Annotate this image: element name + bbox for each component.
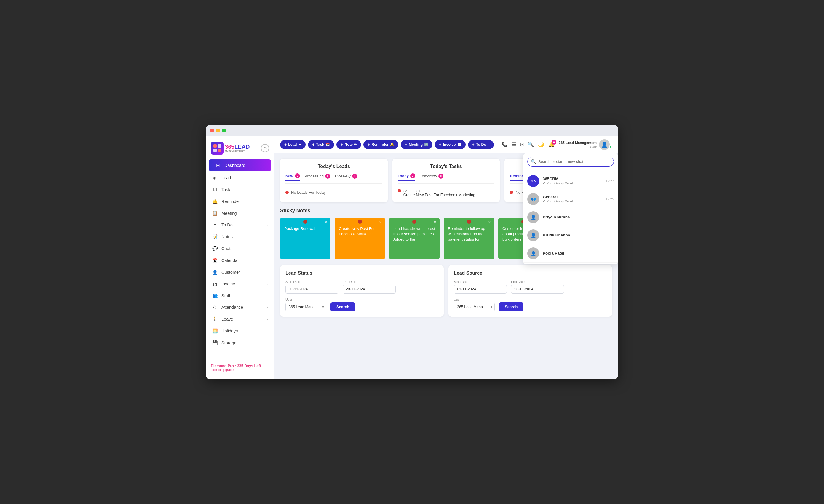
add-lead-button[interactable]: + Lead ▼: [280, 140, 306, 149]
sidebar-item-attendance[interactable]: ⏱ Attendance ›: [206, 301, 274, 313]
user-group: User 365 Lead Mana...: [286, 298, 326, 311]
chat-item-general[interactable]: 👥 General ✓ You: Group Creat... 12:25: [523, 190, 618, 208]
search-icon[interactable]: 🔍: [528, 141, 534, 147]
notes-icon: 📝: [212, 234, 218, 239]
source-end-date-input[interactable]: [511, 285, 564, 294]
lead-source-search-button[interactable]: Search: [499, 302, 523, 311]
chat-item-priya[interactable]: 👤 Priya Khurana: [523, 208, 618, 226]
todays-tasks-card: Today's Tasks Today 1 Tomorrow 0: [393, 158, 500, 203]
settings-icon[interactable]: ⚙: [261, 144, 269, 152]
leads-tab-processing[interactable]: Processing 0: [305, 173, 330, 181]
reminder-icon: 🔔: [212, 199, 218, 204]
lead-status-search-button[interactable]: Search: [330, 302, 355, 311]
lead-icon: ◈: [212, 175, 218, 180]
user-select[interactable]: 365 Lead Mana...: [286, 302, 326, 311]
minimize-dot[interactable]: [216, 129, 220, 132]
sidebar-item-leave[interactable]: 🚶 Leave ›: [206, 313, 274, 325]
sticky-note-3[interactable]: ✕ Lead has shown interest in our service…: [389, 218, 439, 259]
sidebar-item-dashboard[interactable]: ⊞ Dashboard: [209, 159, 271, 171]
chat-item-pooja[interactable]: 👤 Pooja Patel: [523, 244, 618, 262]
holidays-icon: 🌅: [212, 328, 218, 334]
sticky-note-4[interactable]: ✕ Reminder to follow up with customer on…: [444, 218, 494, 259]
chat-item-krutik[interactable]: 👤 Krutik Khanna: [523, 226, 618, 244]
plus-icon: +: [340, 142, 343, 147]
pin-icon: [303, 220, 307, 224]
user-info[interactable]: 365 Lead Management Store 👤: [559, 139, 612, 150]
sidebar-logo: 365LEAD MANAGEMENT ⚙: [206, 136, 274, 159]
add-invoice-button[interactable]: + Invoice 📄: [435, 140, 466, 149]
red-dot-icon: [398, 189, 401, 192]
start-date-input[interactable]: [286, 285, 338, 294]
source-user-group: User 365 Lead Mana...: [454, 298, 495, 311]
plus-icon: +: [368, 142, 370, 147]
sidebar-item-invoice[interactable]: 🗂 Invoice ›: [206, 278, 274, 290]
sidebar-item-lead[interactable]: ◈ Lead: [206, 172, 274, 184]
storage-icon: 💾: [212, 340, 218, 346]
source-start-date-label: Start Date: [454, 280, 507, 283]
user-avatar: 👤: [599, 139, 610, 150]
sidebar-item-customer[interactable]: 👤 Customer: [206, 266, 274, 278]
chat-time-365crm: 12:27: [606, 179, 614, 183]
logo-sub: MANAGEMENT: [225, 150, 249, 152]
plus-icon: +: [312, 142, 314, 147]
source-user-select-wrapper: 365 Lead Mana...: [454, 302, 495, 311]
sticky-note-1[interactable]: ✕ Package Renewal: [280, 218, 330, 259]
copy-icon[interactable]: ⎘: [520, 142, 523, 147]
close-icon[interactable]: ✕: [379, 220, 382, 225]
sticky-note-2[interactable]: ✕ Create New Post For Facebook Marketing: [335, 218, 385, 259]
end-date-label: End Date: [343, 280, 396, 283]
list-icon[interactable]: ☰: [512, 141, 516, 147]
plus-icon: +: [284, 142, 287, 147]
plus-icon: +: [472, 142, 475, 147]
close-icon[interactable]: ✕: [433, 220, 437, 225]
theme-icon[interactable]: 🌙: [538, 141, 544, 147]
task-date: 22-11-2024: [403, 189, 476, 193]
leads-tab-new[interactable]: New 0: [286, 173, 300, 181]
leads-tab-closeby[interactable]: Close-By 0: [335, 173, 357, 181]
sidebar-item-todo[interactable]: ≡ To Do ›: [206, 219, 274, 231]
add-meeting-button[interactable]: + Meeting 🏢: [401, 140, 432, 149]
sidebar-item-reminder[interactable]: 🔔 Reminder: [206, 196, 274, 208]
close-icon[interactable]: ✕: [324, 220, 327, 225]
user-label: User: [286, 298, 326, 301]
sidebar-item-calendar[interactable]: 📅 Calendar: [206, 255, 274, 266]
chat-item-365crm[interactable]: 365 365CRM ✓ You: Group Creat... 12:27: [523, 172, 618, 190]
sidebar-item-notes[interactable]: 📝 Notes: [206, 231, 274, 243]
topbar: + Lead ▼ + Task 📅 + Note ✏: [274, 136, 618, 153]
add-todo-button[interactable]: + To Do ≡: [468, 140, 494, 149]
sidebar-item-chat[interactable]: 💬 Chat: [206, 243, 274, 255]
chat-search-input[interactable]: [527, 157, 614, 166]
add-note-button[interactable]: + Note ✏: [336, 140, 361, 149]
chat-search-area: 🔍: [523, 153, 618, 170]
upgrade-plan-text[interactable]: Diamond Pro : 335 Days Left: [211, 364, 269, 368]
red-dot-icon: [510, 191, 513, 194]
home-icon: ⊞: [215, 163, 221, 168]
plus-icon: +: [405, 142, 407, 147]
new-badge: 0: [295, 173, 300, 178]
tasks-tab-today[interactable]: Today 1: [398, 173, 415, 181]
source-user-label: User: [454, 298, 495, 301]
end-date-input[interactable]: [343, 285, 396, 294]
chat-search-wrapper: 🔍: [527, 157, 614, 166]
source-user-select[interactable]: 365 Lead Mana...: [454, 302, 495, 311]
sidebar-item-task[interactable]: ☑ Task: [206, 184, 274, 196]
phone-icon[interactable]: 📞: [502, 141, 508, 147]
maximize-dot[interactable]: [222, 129, 226, 132]
tasks-tab-tomorrow[interactable]: Tomorrow 0: [420, 173, 443, 181]
notification-icon[interactable]: 🔔 0: [548, 141, 554, 147]
add-reminder-button[interactable]: + Reminder 🔔: [364, 140, 398, 149]
add-task-button[interactable]: + Task 📅: [308, 140, 334, 149]
chat-name-krutik: Krutik Khanna: [543, 233, 614, 237]
close-dot[interactable]: [210, 129, 214, 132]
close-icon[interactable]: ✕: [488, 220, 491, 225]
upgrade-cta[interactable]: click to upgrade: [211, 368, 269, 372]
tomorrow-badge: 0: [438, 174, 443, 179]
source-start-date-input[interactable]: [454, 285, 507, 294]
sidebar-item-storage[interactable]: 💾 Storage: [206, 337, 274, 349]
sidebar-item-staff[interactable]: 👥 Staff: [206, 290, 274, 301]
sidebar-item-meeting[interactable]: 📋 Meeting: [206, 208, 274, 219]
sidebar-item-holidays[interactable]: 🌅 Holidays: [206, 325, 274, 337]
notification-badge: 0: [551, 140, 556, 145]
chat-avatar-pooja: 👤: [527, 247, 539, 259]
chat-avatar-krutik: 👤: [527, 229, 539, 241]
